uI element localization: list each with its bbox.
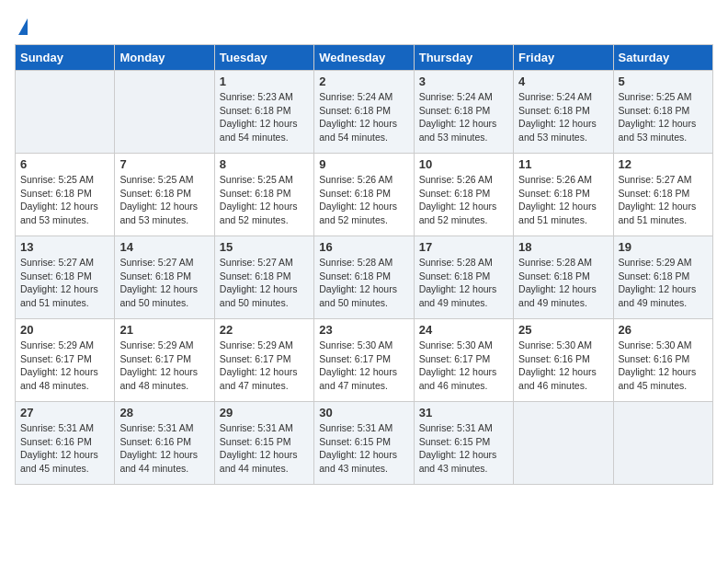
column-header-sunday: Sunday xyxy=(16,45,115,71)
day-number: 22 xyxy=(220,323,309,337)
calendar-week-row: 1Sunrise: 5:23 AM Sunset: 6:18 PM Daylig… xyxy=(16,71,713,154)
calendar-cell: 7Sunrise: 5:25 AM Sunset: 6:18 PM Daylig… xyxy=(115,154,214,236)
day-number: 2 xyxy=(319,75,408,88)
day-info: Sunrise: 5:24 AM Sunset: 6:18 PM Dayligh… xyxy=(319,90,408,144)
calendar-cell: 1Sunrise: 5:23 AM Sunset: 6:18 PM Daylig… xyxy=(214,71,313,154)
day-info: Sunrise: 5:29 AM Sunset: 6:17 PM Dayligh… xyxy=(119,339,209,393)
calendar-cell xyxy=(115,71,214,154)
logo xyxy=(15,15,28,35)
day-info: Sunrise: 5:27 AM Sunset: 6:18 PM Dayligh… xyxy=(20,256,109,310)
calendar-table: SundayMondayTuesdayWednesdayThursdayFrid… xyxy=(15,44,713,485)
column-header-saturday: Saturday xyxy=(613,45,712,71)
day-info: Sunrise: 5:25 AM Sunset: 6:18 PM Dayligh… xyxy=(119,173,209,227)
day-info: Sunrise: 5:26 AM Sunset: 6:18 PM Dayligh… xyxy=(518,173,608,227)
day-number: 21 xyxy=(119,323,209,337)
day-number: 27 xyxy=(20,406,109,419)
day-info: Sunrise: 5:31 AM Sunset: 6:16 PM Dayligh… xyxy=(20,421,109,476)
day-number: 30 xyxy=(319,406,408,419)
day-number: 9 xyxy=(319,157,408,171)
day-number: 12 xyxy=(619,157,708,171)
day-info: Sunrise: 5:25 AM Sunset: 6:18 PM Dayligh… xyxy=(619,90,708,144)
day-number: 19 xyxy=(619,240,708,254)
day-info: Sunrise: 5:28 AM Sunset: 6:18 PM Dayligh… xyxy=(419,256,508,310)
day-number: 13 xyxy=(20,240,109,254)
day-info: Sunrise: 5:30 AM Sunset: 6:17 PM Dayligh… xyxy=(319,339,408,393)
calendar-cell: 17Sunrise: 5:28 AM Sunset: 6:18 PM Dayli… xyxy=(414,236,513,319)
day-info: Sunrise: 5:25 AM Sunset: 6:18 PM Dayligh… xyxy=(220,173,309,227)
day-info: Sunrise: 5:24 AM Sunset: 6:18 PM Dayligh… xyxy=(518,90,608,144)
calendar-cell: 2Sunrise: 5:24 AM Sunset: 6:18 PM Daylig… xyxy=(314,71,414,154)
calendar-cell: 9Sunrise: 5:26 AM Sunset: 6:18 PM Daylig… xyxy=(314,154,414,236)
calendar-cell: 13Sunrise: 5:27 AM Sunset: 6:18 PM Dayli… xyxy=(16,236,115,319)
day-number: 29 xyxy=(220,406,309,419)
day-info: Sunrise: 5:27 AM Sunset: 6:18 PM Dayligh… xyxy=(119,256,209,310)
day-number: 28 xyxy=(119,406,209,419)
calendar-cell: 19Sunrise: 5:29 AM Sunset: 6:18 PM Dayli… xyxy=(613,236,712,319)
day-number: 25 xyxy=(518,323,608,337)
column-header-tuesday: Tuesday xyxy=(214,45,313,71)
calendar-week-row: 27Sunrise: 5:31 AM Sunset: 6:16 PM Dayli… xyxy=(16,402,713,485)
calendar-cell: 8Sunrise: 5:25 AM Sunset: 6:18 PM Daylig… xyxy=(214,154,313,236)
calendar-cell: 30Sunrise: 5:31 AM Sunset: 6:15 PM Dayli… xyxy=(314,402,414,485)
day-info: Sunrise: 5:29 AM Sunset: 6:17 PM Dayligh… xyxy=(220,339,309,393)
day-info: Sunrise: 5:29 AM Sunset: 6:17 PM Dayligh… xyxy=(20,339,109,393)
day-number: 1 xyxy=(220,75,309,88)
column-header-wednesday: Wednesday xyxy=(314,45,414,71)
calendar-week-row: 13Sunrise: 5:27 AM Sunset: 6:18 PM Dayli… xyxy=(16,236,713,319)
day-info: Sunrise: 5:28 AM Sunset: 6:18 PM Dayligh… xyxy=(319,256,408,310)
calendar-cell: 11Sunrise: 5:26 AM Sunset: 6:18 PM Dayli… xyxy=(514,154,613,236)
page-header xyxy=(15,15,713,35)
day-info: Sunrise: 5:30 AM Sunset: 6:17 PM Dayligh… xyxy=(419,339,508,393)
day-info: Sunrise: 5:25 AM Sunset: 6:18 PM Dayligh… xyxy=(20,173,109,227)
day-number: 15 xyxy=(220,240,309,254)
day-number: 5 xyxy=(619,75,708,88)
calendar-cell: 26Sunrise: 5:30 AM Sunset: 6:16 PM Dayli… xyxy=(613,319,712,402)
calendar-cell: 22Sunrise: 5:29 AM Sunset: 6:17 PM Dayli… xyxy=(214,319,313,402)
day-number: 31 xyxy=(419,406,508,419)
calendar-cell: 21Sunrise: 5:29 AM Sunset: 6:17 PM Dayli… xyxy=(115,319,214,402)
calendar-cell: 16Sunrise: 5:28 AM Sunset: 6:18 PM Dayli… xyxy=(314,236,414,319)
day-number: 17 xyxy=(419,240,508,254)
day-info: Sunrise: 5:23 AM Sunset: 6:18 PM Dayligh… xyxy=(220,90,309,144)
calendar-cell: 5Sunrise: 5:25 AM Sunset: 6:18 PM Daylig… xyxy=(613,71,712,154)
calendar-cell: 27Sunrise: 5:31 AM Sunset: 6:16 PM Dayli… xyxy=(16,402,115,485)
day-number: 4 xyxy=(518,75,608,88)
day-number: 26 xyxy=(619,323,708,337)
day-number: 14 xyxy=(119,240,209,254)
calendar-cell: 6Sunrise: 5:25 AM Sunset: 6:18 PM Daylig… xyxy=(16,154,115,236)
calendar-cell: 15Sunrise: 5:27 AM Sunset: 6:18 PM Dayli… xyxy=(214,236,313,319)
calendar-cell xyxy=(16,71,115,154)
day-number: 23 xyxy=(319,323,408,337)
calendar-cell: 29Sunrise: 5:31 AM Sunset: 6:15 PM Dayli… xyxy=(214,402,313,485)
column-header-friday: Friday xyxy=(514,45,613,71)
calendar-cell: 12Sunrise: 5:27 AM Sunset: 6:18 PM Dayli… xyxy=(613,154,712,236)
calendar-cell: 18Sunrise: 5:28 AM Sunset: 6:18 PM Dayli… xyxy=(514,236,613,319)
calendar-cell: 10Sunrise: 5:26 AM Sunset: 6:18 PM Dayli… xyxy=(414,154,513,236)
day-number: 7 xyxy=(119,157,209,171)
calendar-cell xyxy=(613,402,712,485)
day-number: 6 xyxy=(20,157,109,171)
day-number: 11 xyxy=(518,157,608,171)
day-info: Sunrise: 5:29 AM Sunset: 6:18 PM Dayligh… xyxy=(619,256,708,310)
day-info: Sunrise: 5:26 AM Sunset: 6:18 PM Dayligh… xyxy=(319,173,408,227)
day-number: 8 xyxy=(220,157,309,171)
calendar-cell: 25Sunrise: 5:30 AM Sunset: 6:16 PM Dayli… xyxy=(514,319,613,402)
calendar-cell: 23Sunrise: 5:30 AM Sunset: 6:17 PM Dayli… xyxy=(314,319,414,402)
column-header-thursday: Thursday xyxy=(414,45,513,71)
calendar-cell: 14Sunrise: 5:27 AM Sunset: 6:18 PM Dayli… xyxy=(115,236,214,319)
calendar-header-row: SundayMondayTuesdayWednesdayThursdayFrid… xyxy=(16,45,713,71)
column-header-monday: Monday xyxy=(115,45,214,71)
calendar-week-row: 20Sunrise: 5:29 AM Sunset: 6:17 PM Dayli… xyxy=(16,319,713,402)
calendar-cell: 20Sunrise: 5:29 AM Sunset: 6:17 PM Dayli… xyxy=(16,319,115,402)
day-info: Sunrise: 5:24 AM Sunset: 6:18 PM Dayligh… xyxy=(419,90,508,144)
day-info: Sunrise: 5:27 AM Sunset: 6:18 PM Dayligh… xyxy=(220,256,309,310)
logo-triangle-icon xyxy=(18,18,28,35)
day-number: 24 xyxy=(419,323,508,337)
day-info: Sunrise: 5:31 AM Sunset: 6:15 PM Dayligh… xyxy=(319,421,408,476)
day-info: Sunrise: 5:31 AM Sunset: 6:15 PM Dayligh… xyxy=(220,421,309,476)
calendar-cell: 31Sunrise: 5:31 AM Sunset: 6:15 PM Dayli… xyxy=(414,402,513,485)
day-info: Sunrise: 5:26 AM Sunset: 6:18 PM Dayligh… xyxy=(419,173,508,227)
day-info: Sunrise: 5:31 AM Sunset: 6:16 PM Dayligh… xyxy=(119,421,209,476)
day-info: Sunrise: 5:28 AM Sunset: 6:18 PM Dayligh… xyxy=(518,256,608,310)
calendar-cell xyxy=(514,402,613,485)
